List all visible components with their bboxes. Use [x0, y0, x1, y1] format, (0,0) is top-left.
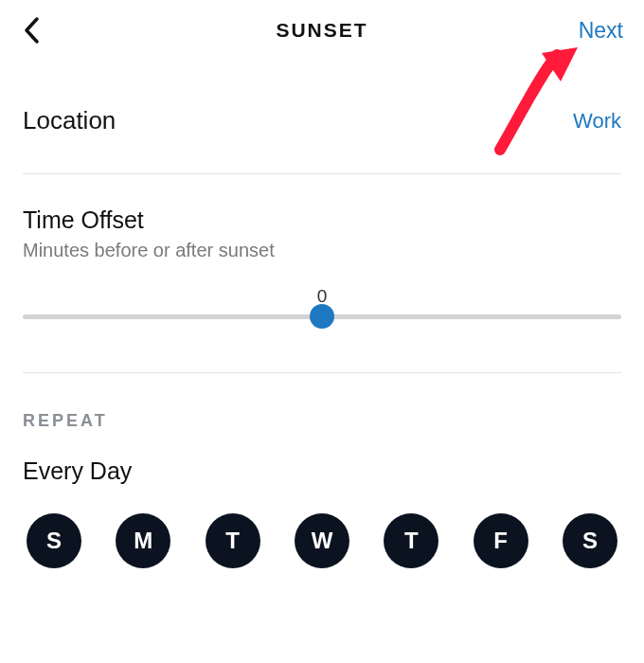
days-row: S M T W T F S [23, 513, 621, 568]
day-sat[interactable]: S [563, 513, 617, 568]
day-fri[interactable]: F [474, 513, 528, 568]
day-wed[interactable]: W [295, 513, 349, 568]
day-mon[interactable]: M [116, 513, 170, 568]
day-tue[interactable]: T [206, 513, 260, 568]
time-offset-title: Time Offset [23, 206, 621, 234]
repeat-section: REPEAT Every Day S M T W T F S [0, 373, 644, 568]
location-row[interactable]: Location Work [0, 61, 644, 173]
chevron-left-icon [21, 15, 44, 45]
header-bar: SUNSET Next [0, 0, 644, 61]
location-label: Location [23, 106, 116, 135]
repeat-header: REPEAT [23, 411, 621, 431]
time-offset-slider[interactable]: 0 [23, 314, 621, 319]
location-value[interactable]: Work [573, 109, 621, 134]
time-offset-subtitle: Minutes before or after sunset [23, 240, 621, 261]
day-sun[interactable]: S [27, 513, 81, 568]
day-thu[interactable]: T [384, 513, 438, 568]
slider-thumb[interactable] [310, 304, 334, 329]
page-title: SUNSET [276, 19, 367, 42]
repeat-value: Every Day [23, 457, 621, 485]
back-button[interactable] [21, 15, 44, 45]
next-button[interactable]: Next [579, 18, 623, 44]
time-offset-section: Time Offset Minutes before or after suns… [0, 174, 644, 372]
